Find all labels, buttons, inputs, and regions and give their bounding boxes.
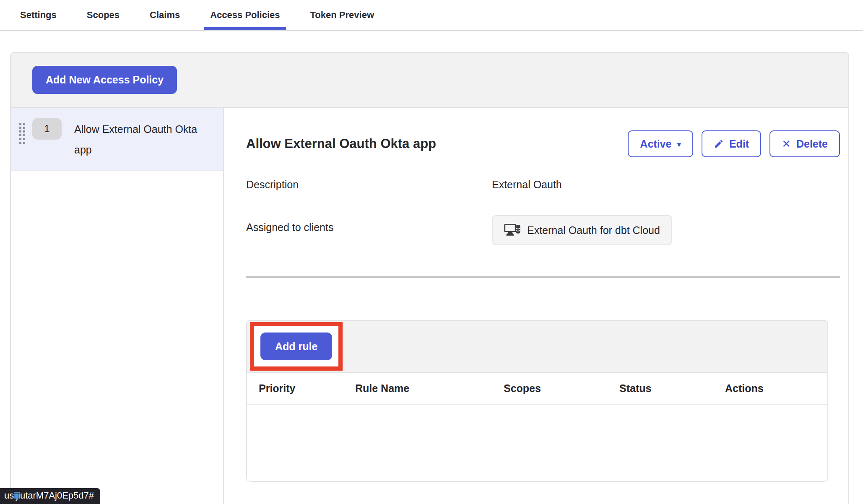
rules-table-header: Priority Rule Name Scopes Status Actions: [247, 373, 827, 405]
edit-button[interactable]: Edit: [702, 130, 761, 157]
tab-label: Access Policies: [210, 10, 280, 21]
column-header-rule-name: Rule Name: [355, 382, 504, 395]
policy-detail: Allow External Oauth Okta app Active ▾ E…: [224, 108, 848, 504]
assigned-to-clients-label: Assigned to clients: [246, 191, 492, 234]
edit-label: Edit: [729, 138, 749, 150]
column-header-status: Status: [619, 382, 725, 395]
tab-token-preview[interactable]: Token Preview: [304, 0, 380, 30]
policy-priority-badge: 1: [32, 118, 62, 140]
rules-table-empty-body: [247, 405, 827, 481]
add-rule-button[interactable]: Add rule: [260, 333, 332, 360]
chevron-down-icon: ▾: [677, 140, 681, 149]
panel-header: Add New Access Policy: [11, 53, 848, 108]
description-value: External Oauth: [492, 171, 840, 191]
tab-settings[interactable]: Settings: [14, 0, 62, 30]
link-url-text: usijiutarM7Aj0Ep5d7#: [4, 490, 94, 501]
policy-item-label: Allow External Oauth Okta app: [74, 119, 200, 160]
policy-list-item[interactable]: 1 Allow External Oauth Okta app: [11, 108, 223, 171]
policy-list-sidebar: 1 Allow External Oauth Okta app: [11, 108, 224, 504]
delete-button[interactable]: ✕ Delete: [769, 130, 840, 157]
column-header-scopes: Scopes: [504, 382, 619, 395]
client-app-icon: [504, 223, 521, 237]
client-chip-label: External Oauth for dbt Cloud: [527, 224, 660, 236]
tab-label: Scopes: [87, 10, 120, 21]
tab-label: Claims: [150, 10, 180, 21]
assigned-clients-cell: External Oauth for dbt Cloud: [492, 191, 840, 245]
status-dropdown-button[interactable]: Active ▾: [628, 130, 693, 157]
access-policies-panel: Add New Access Policy: [10, 52, 849, 504]
policy-info-grid: Description External Oauth Assigned to c…: [246, 171, 840, 245]
link-url-preview: usijiutarM7Aj0Ep5d7#: [0, 488, 100, 504]
tab-access-policies[interactable]: Access Policies: [204, 0, 286, 30]
column-header-actions: Actions: [725, 382, 827, 395]
tab-label: Settings: [20, 10, 57, 21]
policy-title-row: Allow External Oauth Okta app Active ▾ E…: [246, 130, 840, 157]
rules-card-header: Add rule: [247, 321, 827, 373]
rules-card: Add rule Priority Rule Name Scopes Statu…: [246, 320, 828, 482]
tab-label: Token Preview: [310, 10, 374, 21]
description-label: Description: [246, 171, 492, 191]
panel-body: 1 Allow External Oauth Okta app Allow Ex…: [11, 108, 848, 504]
column-header-priority: Priority: [247, 382, 355, 395]
status-label: Active: [640, 138, 671, 150]
pencil-icon: [714, 139, 724, 149]
annotation-highlight-box: Add rule: [250, 322, 343, 371]
tab-scopes[interactable]: Scopes: [81, 0, 125, 30]
policy-action-buttons: Active ▾ Edit ✕ Delete: [628, 130, 840, 157]
tab-claims[interactable]: Claims: [144, 0, 186, 30]
client-chip: External Oauth for dbt Cloud: [492, 215, 672, 245]
policy-title: Allow External Oauth Okta app: [246, 136, 436, 151]
close-icon: ✕: [782, 138, 791, 151]
drag-handle-icon[interactable]: [18, 122, 26, 145]
delete-label: Delete: [796, 138, 828, 150]
tab-bar: Settings Scopes Claims Access Policies T…: [0, 0, 863, 31]
section-divider: [246, 276, 840, 278]
add-new-access-policy-button[interactable]: Add New Access Policy: [32, 66, 177, 94]
